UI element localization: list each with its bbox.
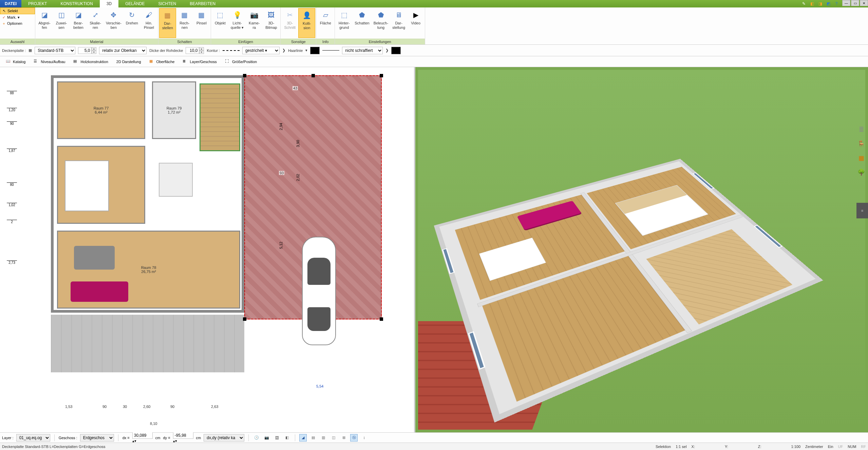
dicke-spinner[interactable]: ▴▾ xyxy=(186,47,204,54)
thickness-spinner[interactable]: ▴▾ xyxy=(78,47,96,54)
layers-panel-icon[interactable]: ≣ xyxy=(856,125,866,134)
armchair[interactable] xyxy=(74,246,115,270)
dy-input[interactable] xyxy=(173,432,193,439)
dicke-input[interactable] xyxy=(186,47,199,54)
hintergrund-button[interactable]: ⬚Hinter- grund xyxy=(336,8,353,38)
zuweisen-button[interactable]: ◫Zuwei- sen xyxy=(53,8,70,38)
iso-icon[interactable]: ◧ xyxy=(283,434,291,442)
geschoss-select[interactable]: Erdgeschos xyxy=(80,434,114,442)
verschieben-button[interactable]: ✥Verschie- ben xyxy=(104,8,124,38)
3dbitmap-button[interactable]: 🖼3D- Bitmap xyxy=(263,8,280,38)
groesseposition-button[interactable]: ⛶Größe/Position xyxy=(221,57,261,66)
handle-icon[interactable] xyxy=(243,74,246,77)
haarlinie-drop-icon[interactable]: ▾ xyxy=(305,48,307,53)
chevron-icon[interactable]: ❯ xyxy=(385,48,389,53)
camera-tool-icon[interactable]: 📷 xyxy=(263,434,270,442)
handle-icon[interactable] xyxy=(380,317,383,321)
darstellen-button[interactable]: ▦Dar- stellen xyxy=(159,8,176,38)
up-icon[interactable]: ▴ xyxy=(92,47,96,51)
transparent-icon[interactable]: ◫ xyxy=(330,434,337,442)
scene-3d[interactable] xyxy=(418,70,865,430)
down-icon[interactable]: ▾ xyxy=(199,51,204,54)
maximize-icon[interactable]: ▭ xyxy=(851,0,859,6)
kamera-button[interactable]: 📷Kame- ra xyxy=(246,8,263,38)
shading-icon[interactable]: ◢ xyxy=(299,434,307,442)
sofa[interactable] xyxy=(71,281,128,302)
drehen-button[interactable]: ↻Drehen xyxy=(124,8,140,38)
rechnen-button[interactable]: ▦Rech- nen xyxy=(176,8,193,38)
tab-konstruktion[interactable]: KONSTRUKTION xyxy=(54,0,99,7)
pencil-icon[interactable]: ✎ xyxy=(801,1,807,7)
help-icon[interactable]: ? xyxy=(833,1,839,7)
layer-select[interactable]: 01_uq.eq.og xyxy=(16,434,50,442)
tab-projekt[interactable]: PROJEKT xyxy=(21,0,54,7)
3dschnitt-button[interactable]: ✂3D- Schnitt xyxy=(281,8,298,38)
katalog-button[interactable]: 📖Katalog xyxy=(2,57,29,66)
niveau-button[interactable]: ☰Niveau/Aufbau xyxy=(30,57,69,66)
video-button[interactable]: ▶Video xyxy=(407,8,424,38)
clock-icon[interactable]: 🕓 xyxy=(253,434,260,442)
bed[interactable] xyxy=(65,160,109,211)
pane-3d[interactable] xyxy=(415,67,868,432)
terrace[interactable] xyxy=(51,315,244,372)
color2-swatch[interactable] xyxy=(391,47,401,54)
handle-icon[interactable] xyxy=(380,74,383,77)
objekt-button[interactable]: ⬚Objekt xyxy=(212,8,229,38)
wireframe-icon[interactable]: ▤ xyxy=(309,434,317,442)
hidden-icon[interactable]: ▥ xyxy=(320,434,327,442)
bearbeiten-button[interactable]: ◪Bear- beiten xyxy=(70,8,87,38)
schraffiert-select[interactable]: nicht schraffiert xyxy=(342,47,383,54)
tab-3d[interactable]: 3D xyxy=(100,0,118,7)
box2-icon[interactable]: ◨ xyxy=(817,1,823,7)
hinpinsel-button[interactable]: 🖌Hin. Pinsel xyxy=(140,8,157,38)
flaeche-button[interactable]: ▱Fläche xyxy=(317,8,334,38)
north-icon[interactable]: Ⓝ xyxy=(350,434,358,442)
abgreifen-button[interactable]: ◪Abgrei- fen xyxy=(36,8,53,38)
down-icon[interactable]: ▾ xyxy=(92,51,96,54)
tab-gelaende[interactable]: GELÄNDE xyxy=(118,0,151,7)
lichtquelle-button[interactable]: 💡Licht- quelle ▾ xyxy=(229,8,246,38)
scene-icon[interactable]: 🖼 xyxy=(273,434,281,442)
close-icon[interactable]: ✕ xyxy=(860,0,868,6)
darstellung2d-button[interactable]: 2D Darstellung xyxy=(113,58,145,65)
optionen-button[interactable]: ＋Optionen xyxy=(0,20,35,26)
bathroom-fixture[interactable] xyxy=(159,163,193,197)
palette-icon[interactable]: ▦ xyxy=(856,153,866,163)
darstellung-button[interactable]: 🖥Dar- stellung xyxy=(390,8,407,38)
skalieren-button[interactable]: ⤢Skalie- ren xyxy=(87,8,104,38)
chevron-icon[interactable]: ❯ xyxy=(282,48,285,53)
kollision-button[interactable]: 👤Kolli- sion xyxy=(298,8,315,38)
relativ-select[interactable]: relativ zur Oberkan xyxy=(99,47,147,54)
handle-icon[interactable] xyxy=(312,74,315,77)
handle-icon[interactable] xyxy=(243,317,246,321)
room-81[interactable]: Raum 81 10,23 m² xyxy=(57,146,145,224)
beleuchtung-button[interactable]: ⬟Beleuch- tung xyxy=(372,8,390,38)
tab-bearbeiten[interactable]: BEARBEITEN xyxy=(183,0,222,7)
oberflaeche-button[interactable]: ▦Oberfläche xyxy=(146,57,178,66)
panel-handle[interactable]: ≡ xyxy=(856,203,868,218)
minimize-icon[interactable]: — xyxy=(842,0,850,6)
mark-button[interactable]: ✓Mark.▾ xyxy=(0,14,35,20)
box1-icon[interactable]: ◧ xyxy=(809,1,815,7)
color1-swatch[interactable] xyxy=(310,47,320,54)
info-icon[interactable]: i xyxy=(360,434,368,442)
car[interactable] xyxy=(302,237,336,345)
kontur-style-select[interactable]: gestrichelt ▾ xyxy=(242,47,280,54)
schatten-set-button[interactable]: ⬟Schatten xyxy=(353,8,371,38)
up-icon[interactable]: ▴ xyxy=(199,47,204,51)
pinsel-button[interactable]: ▦Pinsel xyxy=(193,8,210,38)
deckenplatte-select[interactable]: Standard-STB xyxy=(35,47,75,54)
box3-icon[interactable]: ◩ xyxy=(825,1,831,7)
tab-sichten[interactable]: SICHTEN xyxy=(152,0,183,7)
thickness-input[interactable] xyxy=(78,47,92,54)
room-79[interactable]: Raum 79 1,72 m² xyxy=(152,81,196,139)
tree-icon[interactable]: 🌳 xyxy=(856,168,866,177)
holz-button[interactable]: ▤Holzkonstruktion xyxy=(70,57,112,66)
tab-datei[interactable]: DATEI xyxy=(0,0,21,7)
pane-2d[interactable]: 88 1,20 90 1,87 80 1,02 2 2,73 Raum 77 6… xyxy=(0,67,415,432)
stairs[interactable] xyxy=(200,83,240,151)
dx-input[interactable] xyxy=(132,432,153,439)
grid-icon[interactable]: ⊞ xyxy=(340,434,347,442)
layergeschoss-button[interactable]: ≣Layer/Geschoss xyxy=(179,57,220,66)
furniture-icon[interactable]: 🪑 xyxy=(856,139,866,149)
